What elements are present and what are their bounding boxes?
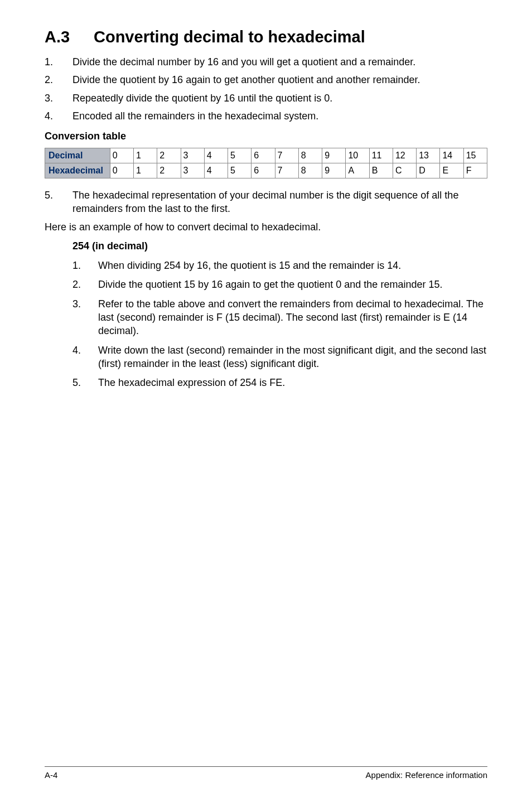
page-footer: A-4 Appendix: Reference information <box>45 766 487 780</box>
conversion-table: Decimal 0 1 2 3 4 5 6 7 8 9 10 11 12 13 … <box>45 148 487 178</box>
top-steps-list: 1.Divide the decimal number by 16 and yo… <box>45 55 487 123</box>
list-item: 5.The hexadecimal expression of 254 is F… <box>72 376 487 389</box>
table-caption: Conversion table <box>45 131 487 142</box>
list-item: 4.Encoded all the remainders in the hexa… <box>45 109 487 123</box>
list-item: 3.Refer to the table above and convert t… <box>72 297 487 338</box>
list-item: 4.Write down the last (second) remainder… <box>72 344 487 371</box>
row-header-hex: Hexadecimal <box>45 163 110 178</box>
list-item: 1.Divide the decimal number by 16 and yo… <box>45 55 487 69</box>
row-header-decimal: Decimal <box>45 148 110 163</box>
footer-page-number: A-4 <box>45 770 57 780</box>
section-heading: A.3Converting decimal to hexadecimal <box>45 28 487 46</box>
footer-section-label: Appendix: Reference information <box>366 770 487 780</box>
list-item: 1.When dividing 254 by 16, the quotient … <box>72 259 487 272</box>
list-item: 5.The hexadecimal representation of your… <box>45 189 487 216</box>
example-title: 254 (in decimal) <box>72 240 487 252</box>
list-item: 3.Repeatedly divide the quotient by 16 u… <box>45 91 487 105</box>
section-number: A.3 <box>45 28 94 46</box>
list-item: 2.Divide the quotient by 16 again to get… <box>45 73 487 86</box>
section-title: Converting decimal to hexadecimal <box>94 28 365 46</box>
table-row: Decimal 0 1 2 3 4 5 6 7 8 9 10 11 12 13 … <box>45 148 487 163</box>
example-intro: Here is an example of how to convert dec… <box>45 220 487 234</box>
table-row: Hexadecimal 0 1 2 3 4 5 6 7 8 9 A B C D … <box>45 163 487 178</box>
list-item: 2.Divide the quotient 15 by 16 again to … <box>72 278 487 291</box>
step5-list: 5.The hexadecimal representation of your… <box>45 189 487 216</box>
example-steps-list: 1.When dividing 254 by 16, the quotient … <box>72 259 487 389</box>
